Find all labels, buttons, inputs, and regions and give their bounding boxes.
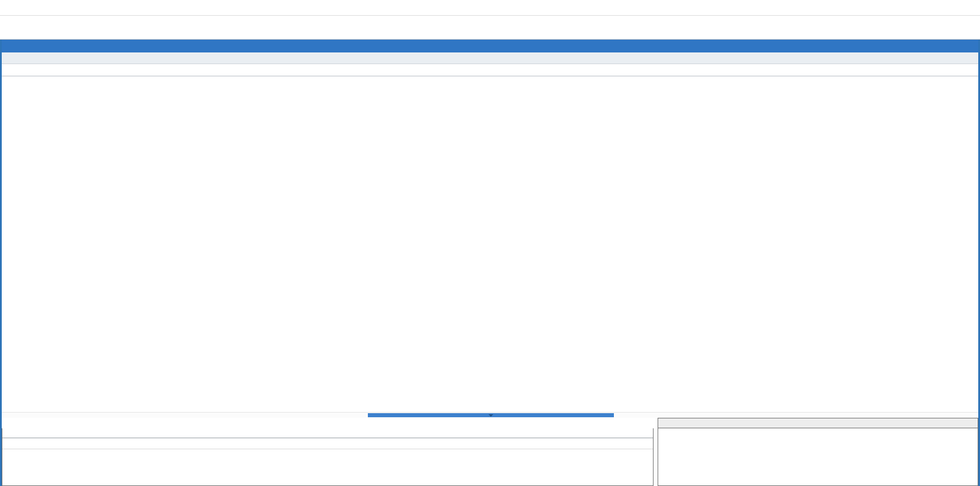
splitter[interactable] bbox=[2, 412, 978, 418]
product-tips-panel bbox=[658, 418, 978, 486]
grid-filter-row bbox=[2, 52, 978, 64]
bottom-panels bbox=[2, 418, 978, 486]
main-frame bbox=[0, 40, 980, 486]
tab-product-tips[interactable] bbox=[658, 418, 978, 428]
splitter-handle[interactable] bbox=[368, 413, 614, 417]
menubar bbox=[0, 0, 980, 16]
download-portal-table bbox=[2, 428, 654, 486]
action-bar bbox=[2, 40, 978, 52]
grid-body bbox=[2, 76, 978, 412]
app-window bbox=[0, 0, 980, 486]
bottom-tabs bbox=[2, 418, 654, 428]
grid-header bbox=[2, 64, 978, 76]
action-bar-items bbox=[438, 40, 956, 52]
download-portal-panel bbox=[2, 418, 654, 486]
toolbar bbox=[0, 16, 980, 40]
splitter-collapse-icon bbox=[489, 414, 493, 417]
bottom-filter-row bbox=[2, 428, 653, 438]
product-tips-content bbox=[658, 428, 978, 486]
bottom-table-header bbox=[2, 438, 653, 449]
